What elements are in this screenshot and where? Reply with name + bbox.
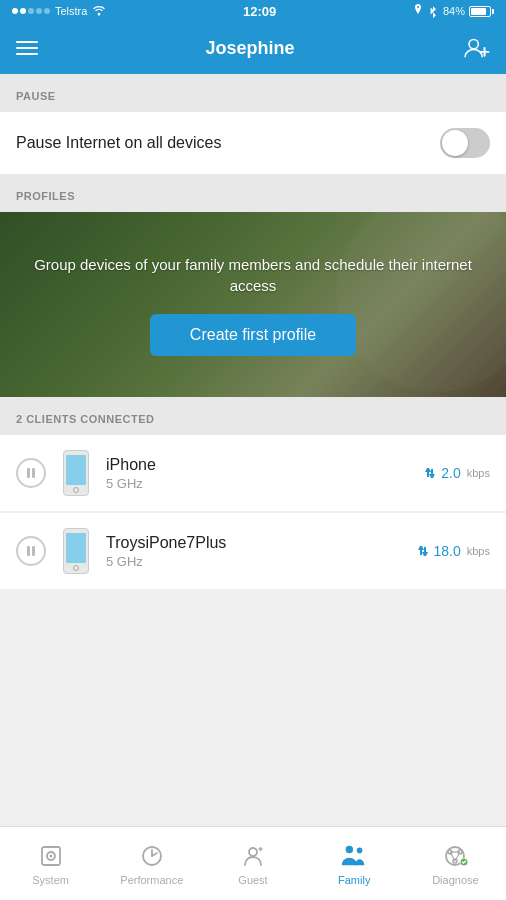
client-freq-2: 5 GHz (106, 554, 416, 569)
toggle-knob (442, 130, 468, 156)
svg-line-16 (455, 852, 460, 861)
tab-performance[interactable]: Performance (101, 834, 202, 894)
tab-guest[interactable]: Guest (202, 834, 303, 894)
main-content: PAUSE Pause Internet on all devices PROF… (0, 74, 506, 826)
client-name-2: TroysiPone7Plus (106, 534, 416, 552)
client-row: iPhone 5 GHz 2.0 kbps (0, 435, 506, 512)
svg-point-5 (49, 854, 52, 857)
wifi-icon (92, 4, 106, 19)
tab-diagnose-label: Diagnose (432, 874, 478, 886)
client-info-2: TroysiPone7Plus 5 GHz (106, 534, 416, 569)
svg-point-0 (469, 39, 478, 48)
svg-point-7 (249, 848, 257, 856)
client-row-2: TroysiPone7Plus 5 GHz 18.0 kbps (0, 513, 506, 590)
svg-point-9 (357, 847, 363, 853)
bottom-spacer (0, 590, 506, 610)
diagnose-icon (441, 842, 469, 870)
client-speed-1: 2.0 kbps (423, 465, 490, 481)
client-speed-value-1: 2.0 (441, 465, 460, 481)
tab-system[interactable]: System (0, 834, 101, 894)
performance-icon (138, 842, 166, 870)
hamburger-menu[interactable] (16, 41, 38, 55)
banner-text: Group devices of your family members and… (20, 254, 486, 296)
device-icon-1 (58, 447, 94, 499)
signal-dots (12, 8, 50, 14)
client-speed-value-2: 18.0 (434, 543, 461, 559)
tab-system-label: System (32, 874, 69, 886)
guest-icon (239, 842, 267, 870)
status-left: Telstra (12, 4, 106, 19)
status-right: 84% (413, 4, 494, 18)
client-pause-button-1[interactable] (16, 458, 46, 488)
pause-label: Pause Internet on all devices (16, 134, 221, 152)
client-speed-unit-2: kbps (467, 545, 490, 557)
speed-arrows-icon-2 (416, 544, 430, 558)
family-icon (340, 842, 368, 870)
profiles-banner: Group devices of your family members and… (0, 212, 506, 397)
app-header: Josephine (0, 22, 506, 74)
tab-family[interactable]: Family (304, 834, 405, 894)
system-icon (37, 842, 65, 870)
client-name-1: iPhone (106, 456, 423, 474)
status-bar: Telstra 12:09 84% (0, 0, 506, 22)
svg-point-8 (346, 845, 353, 852)
pause-row: Pause Internet on all devices (0, 112, 506, 174)
header-title: Josephine (205, 38, 294, 59)
client-speed-unit-1: kbps (467, 467, 490, 479)
tab-performance-label: Performance (120, 874, 183, 886)
speed-arrows-icon-1 (423, 466, 437, 480)
device-icon-2 (58, 525, 94, 577)
tab-bar: System Performance Guest (0, 826, 506, 900)
location-icon (413, 4, 423, 18)
clients-section-header: 2 CLIENTS CONNECTED (0, 397, 506, 435)
banner-content: Group devices of your family members and… (0, 212, 506, 397)
client-info-1: iPhone 5 GHz (106, 456, 423, 491)
profiles-section-header: PROFILES (0, 174, 506, 212)
battery-icon (469, 6, 494, 17)
tab-diagnose[interactable]: Diagnose (405, 834, 506, 894)
carrier-text: Telstra (55, 5, 87, 17)
status-time: 12:09 (243, 4, 276, 19)
create-profile-button[interactable]: Create first profile (150, 314, 356, 356)
bluetooth-icon (427, 4, 439, 18)
tab-family-label: Family (338, 874, 370, 886)
pause-toggle[interactable] (440, 128, 490, 158)
add-user-button[interactable] (462, 34, 490, 62)
battery-percentage: 84% (443, 5, 465, 17)
tab-guest-label: Guest (238, 874, 267, 886)
client-speed-2: 18.0 kbps (416, 543, 491, 559)
pause-section-header: PAUSE (0, 74, 506, 112)
svg-line-15 (450, 852, 455, 861)
client-freq-1: 5 GHz (106, 476, 423, 491)
client-pause-button-2[interactable] (16, 536, 46, 566)
